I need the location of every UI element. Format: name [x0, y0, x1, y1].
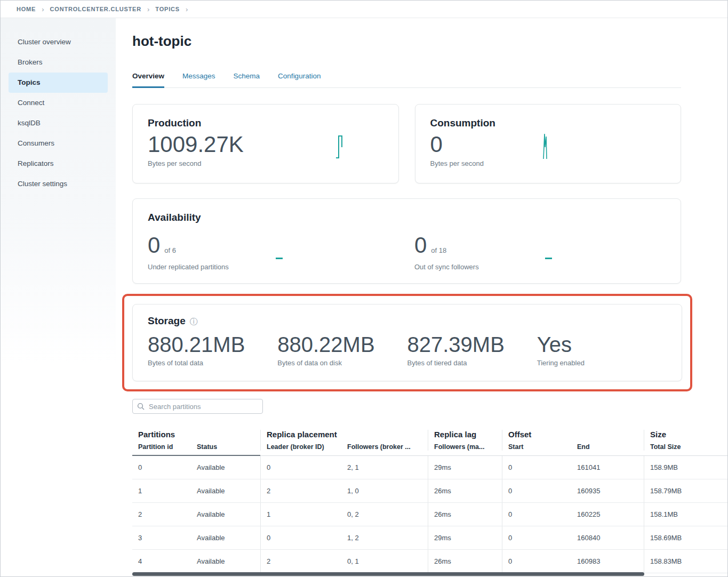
cell-status: Available [191, 526, 260, 549]
storage-highlight-annotation: Storage ⓘ 880.21MB Bytes of total data 8… [122, 294, 692, 391]
storage-total-label: Bytes of total data [148, 359, 277, 367]
cell-status: Available [191, 503, 260, 526]
chevron-right-icon: › [42, 6, 44, 13]
col-leader[interactable]: Leader (broker ID) [260, 443, 341, 451]
storage-tiered-value: 827.39MB [407, 332, 537, 357]
sidebar-item-replicators[interactable]: Replicators [1, 154, 116, 174]
cell-followers: 0, 2 [341, 503, 428, 526]
storage-disk-label: Bytes of data on disk [277, 359, 407, 367]
production-card-title: Production [148, 117, 383, 129]
breadcrumb-topics[interactable]: TOPICS [155, 6, 180, 12]
storage-disk-value: 880.22MB [277, 332, 407, 357]
under-replicated-value: 0 [148, 233, 160, 258]
availability-card: Availability 0 of 6 Under replicated par… [132, 198, 681, 284]
sidebar-item-ksqldb[interactable]: ksqlDB [1, 113, 116, 133]
main-content: hot-topic Overview Messages Schema Confi… [116, 18, 727, 577]
cell-size: 158.83MB [644, 550, 727, 573]
availability-sparkline-icon [276, 258, 283, 259]
cell-followers: 1, 0 [341, 479, 428, 502]
cell-start: 0 [502, 456, 571, 479]
cell-followers: 2, 1 [341, 456, 428, 479]
cell-partition-id: 2 [132, 503, 191, 526]
availability-sparkline-icon [545, 258, 552, 259]
breadcrumb: HOME › CONTROLCENTER.CLUSTER › TOPICS › [1, 1, 727, 18]
production-value-label: Bytes per second [148, 159, 383, 167]
col-lag-followers[interactable]: Followers (ma... [428, 443, 502, 451]
chevron-right-icon: › [147, 6, 149, 13]
table-row[interactable]: 2 Available 1 0, 2 26ms 0 160225 158.1MB [132, 503, 727, 526]
production-sparkline-icon [335, 134, 347, 159]
cell-status: Available [191, 479, 260, 502]
page-title: hot-topic [132, 33, 727, 50]
storage-tiered-label: Bytes of tiered data [407, 359, 537, 367]
col-status[interactable]: Status [191, 443, 260, 451]
cell-partition-id: 4 [132, 550, 191, 573]
cell-start: 0 [502, 550, 571, 573]
cell-start: 0 [502, 526, 571, 549]
availability-metrics: 0 of 6 Under replicated partitions 0 of … [148, 230, 666, 271]
col-total-size[interactable]: Total Size [644, 443, 727, 451]
tab-schema[interactable]: Schema [234, 72, 260, 87]
out-of-sync-value: 0 [414, 233, 427, 258]
tab-bar: Overview Messages Schema Configuration [132, 72, 681, 88]
storage-stat-total: 880.21MB Bytes of total data [148, 332, 277, 367]
cell-size: 158.79MB [644, 479, 727, 502]
consumption-value-label: Bytes per second [430, 159, 666, 167]
cell-partition-id: 0 [132, 456, 191, 479]
cell-leader: 0 [260, 526, 341, 549]
sidebar-item-topics[interactable]: Topics [9, 73, 108, 93]
availability-card-title: Availability [148, 212, 666, 223]
info-icon[interactable]: ⓘ [190, 317, 198, 325]
horizontal-scrollbar-thumb[interactable] [132, 572, 644, 576]
col-offset-end[interactable]: End [571, 443, 644, 451]
cell-followers: 1, 2 [341, 526, 428, 549]
tab-messages[interactable]: Messages [182, 72, 215, 87]
storage-total-value: 880.21MB [148, 332, 277, 357]
cell-end: 161041 [571, 456, 644, 479]
sidebar-item-consumers[interactable]: Consumers [1, 133, 116, 154]
table-row[interactable]: 4 Available 2 0, 1 26ms 0 160983 158.83M… [132, 550, 727, 573]
cell-size: 158.69MB [644, 526, 727, 549]
table-row[interactable]: 1 Available 2 1, 0 26ms 0 160935 158.79M… [132, 479, 727, 503]
cell-end: 160935 [571, 479, 644, 502]
cell-partition-id: 3 [132, 526, 191, 549]
breadcrumb-cluster[interactable]: CONTROLCENTER.CLUSTER [50, 6, 141, 12]
production-value: 1009.27K [148, 132, 383, 157]
table-row[interactable]: 0 Available 0 2, 1 29ms 0 161041 158.9MB [132, 456, 727, 479]
tab-configuration[interactable]: Configuration [278, 72, 321, 87]
storage-tiering-value: Yes [537, 332, 667, 357]
col-followers[interactable]: Followers (broker ... [341, 443, 428, 451]
cell-leader: 1 [260, 503, 341, 526]
group-replica-placement: Replica placement [260, 430, 428, 443]
chevron-right-icon: › [186, 6, 188, 13]
group-replica-lag: Replica lag [428, 430, 502, 443]
cell-end: 160983 [571, 550, 644, 573]
cell-lag: 29ms [428, 456, 502, 479]
cell-leader: 2 [260, 479, 341, 502]
sidebar-item-connect[interactable]: Connect [1, 93, 116, 113]
cell-leader: 0 [260, 456, 341, 479]
col-partition-id[interactable]: Partition id [132, 443, 191, 451]
partitions-table: Partitions Replica placement Replica lag… [132, 423, 727, 573]
sidebar-item-cluster-settings[interactable]: Cluster settings [1, 174, 116, 194]
out-of-sync-of: of 18 [431, 246, 446, 254]
cell-status: Available [191, 456, 260, 479]
storage-stats: 880.21MB Bytes of total data 880.22MB By… [148, 332, 667, 367]
cell-start: 0 [502, 503, 571, 526]
group-size: Size [644, 430, 727, 443]
under-replicated-of: of 6 [164, 246, 176, 254]
cell-lag: 29ms [428, 526, 502, 549]
sidebar-item-cluster-overview[interactable]: Cluster overview [1, 32, 116, 52]
cell-end: 160840 [571, 526, 644, 549]
table-row[interactable]: 3 Available 0 1, 2 29ms 0 160840 158.69M… [132, 526, 727, 550]
sidebar: Cluster overview Brokers Topics Connect … [1, 18, 116, 577]
breadcrumb-home[interactable]: HOME [17, 6, 36, 12]
search-input[interactable] [132, 399, 263, 414]
cell-size: 158.9MB [644, 456, 727, 479]
tab-overview[interactable]: Overview [132, 72, 164, 88]
sorted-column-indicator [132, 455, 260, 456]
consumption-card: Consumption 0 Bytes per second [415, 104, 682, 183]
sidebar-item-brokers[interactable]: Brokers [1, 52, 116, 73]
col-offset-start[interactable]: Start [502, 443, 571, 451]
consumption-card-title: Consumption [430, 117, 666, 129]
